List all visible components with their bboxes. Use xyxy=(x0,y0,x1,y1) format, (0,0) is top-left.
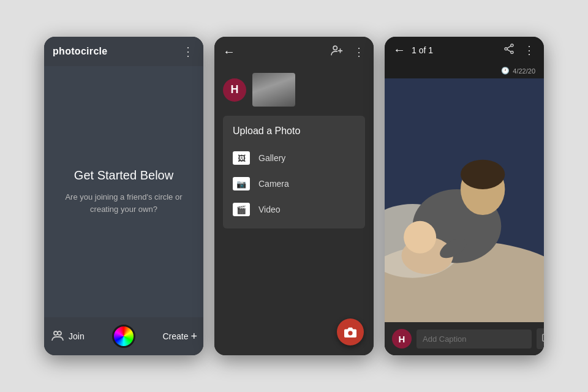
phone-2: ← ⋮ H Upload a Photo xyxy=(214,37,374,355)
share-icon[interactable] xyxy=(503,43,515,57)
clock-icon: 🕐 xyxy=(501,67,510,75)
svg-point-16 xyxy=(461,160,505,189)
svg-line-9 xyxy=(507,46,511,48)
logo-bold: circle xyxy=(81,46,108,56)
get-started-subtitle: Are you joining a friend's circle or cre… xyxy=(56,191,191,215)
create-button[interactable]: Create + xyxy=(162,330,197,343)
photo-thumbnail xyxy=(252,73,295,107)
svg-point-18 xyxy=(404,221,436,254)
more-options-icon[interactable]: ⋮ xyxy=(353,45,365,59)
video-option[interactable]: 🎬 Video xyxy=(233,197,355,222)
phone1-header: photocircle ⋮ xyxy=(44,37,203,66)
photo-svg xyxy=(385,78,544,322)
add-person-icon[interactable] xyxy=(330,44,344,59)
logo-plain: photo xyxy=(53,46,81,56)
video-icon: 🎬 xyxy=(233,203,250,216)
svg-rect-20 xyxy=(543,334,544,341)
phone1-footer: Join Create + xyxy=(44,317,203,355)
video-label: Video xyxy=(258,205,281,214)
svg-point-7 xyxy=(505,48,507,50)
phone2-header-icons: ⋮ xyxy=(330,44,365,59)
app-logo: photocircle xyxy=(53,46,108,57)
phone3-body: 🕐 4/22/20 xyxy=(385,63,544,355)
get-started-title: Get Started Below xyxy=(74,168,173,183)
svg-point-2 xyxy=(333,46,337,50)
create-label: Create xyxy=(162,331,188,341)
svg-point-8 xyxy=(511,51,513,54)
back-button[interactable]: ← xyxy=(393,43,405,57)
camera-label: Camera xyxy=(258,179,289,189)
gallery-icon: 🖼 xyxy=(233,151,250,165)
phone-3: ← 1 of 1 ⋮ 🕐 4/22/20 xyxy=(385,37,544,355)
svg-point-0 xyxy=(54,331,58,335)
color-wheel-logo xyxy=(112,325,135,348)
camera-icon: 📷 xyxy=(233,177,250,190)
svg-line-10 xyxy=(507,50,511,52)
upload-modal: Upload a Photo 🖼 Gallery 📷 Camera 🎬 Vide… xyxy=(223,116,365,228)
avatar-row: H xyxy=(214,67,374,113)
photo-display xyxy=(385,78,544,322)
avatar-initial: H xyxy=(231,83,239,96)
join-button[interactable]: Join xyxy=(50,329,85,344)
camera-option[interactable]: 📷 Camera xyxy=(233,171,355,197)
avatar-initial: H xyxy=(399,334,405,344)
comment-icon xyxy=(541,333,544,344)
phone2-body: H Upload a Photo 🖼 Gallery 📷 Camera 🎬 Vi… xyxy=(214,67,374,355)
phone-1: photocircle ⋮ Get Started Below Are you … xyxy=(44,37,203,355)
plus-icon: + xyxy=(190,330,197,343)
phone3-header: ← 1 of 1 ⋮ xyxy=(385,37,544,63)
photo-counter: 1 of 1 xyxy=(412,45,433,55)
upload-modal-title: Upload a Photo xyxy=(233,126,355,137)
phone2-header: ← ⋮ xyxy=(214,37,374,67)
photo-date: 4/22/20 xyxy=(513,67,535,75)
phone3-header-left: ← 1 of 1 xyxy=(393,43,433,57)
more-options-icon[interactable]: ⋮ xyxy=(182,44,195,59)
back-button[interactable]: ← xyxy=(223,45,235,59)
gallery-label: Gallery xyxy=(258,153,285,163)
user-avatar: H xyxy=(223,78,246,102)
date-row: 🕐 4/22/20 xyxy=(385,63,544,78)
caption-bar: H 0 xyxy=(385,322,544,355)
comment-badge[interactable]: 0 xyxy=(537,328,544,349)
join-label: Join xyxy=(69,331,85,341)
phone3-header-right: ⋮ xyxy=(503,43,535,57)
svg-point-5 xyxy=(348,331,352,335)
thumbnail-image xyxy=(252,73,295,107)
caption-input[interactable] xyxy=(417,330,532,349)
phone1-body: Get Started Below Are you joining a frie… xyxy=(44,66,203,317)
more-options-icon[interactable]: ⋮ xyxy=(524,43,535,57)
join-icon xyxy=(50,329,65,344)
svg-point-1 xyxy=(58,331,61,335)
svg-point-6 xyxy=(511,44,513,47)
user-avatar: H xyxy=(392,329,412,349)
camera-fab-button[interactable] xyxy=(337,318,364,345)
gallery-option[interactable]: 🖼 Gallery xyxy=(233,145,355,171)
